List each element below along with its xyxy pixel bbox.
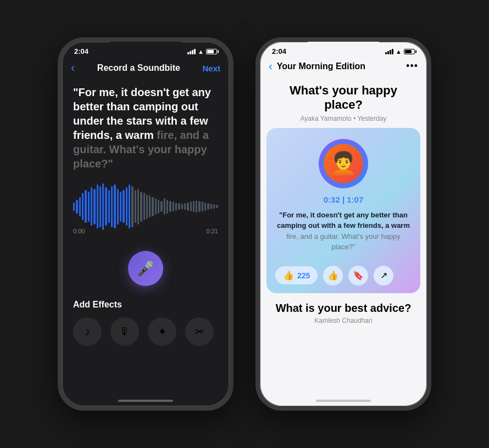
waveform-bar <box>158 200 159 214</box>
waveform-bar <box>204 203 206 211</box>
card-quote-faded: fire, and a guitar. What's your happy pl… <box>286 232 401 251</box>
like-count: 225 <box>297 271 310 280</box>
effect-magic[interactable]: ✦ <box>148 317 176 346</box>
waveform-bar <box>126 187 127 226</box>
notch-2 <box>308 42 379 57</box>
phone-1-dark: 2:04 ▲ ‹ Record a Soundbite Next "For me… <box>58 37 234 411</box>
waveform-bar <box>137 189 139 225</box>
waveform-bar <box>146 194 148 219</box>
waveform-bar <box>187 203 188 211</box>
like-button[interactable]: 👍 225 <box>275 266 318 284</box>
battery-fill-2 <box>405 50 412 53</box>
mic-icon: 🎤 <box>137 260 154 277</box>
waveform-bar <box>108 190 110 223</box>
signal-bar-2-3 <box>390 50 391 54</box>
post1-meta: Ayaka Yamamoto • Yesterday <box>260 115 427 122</box>
battery-fill-1 <box>207 50 214 53</box>
waveform-bar <box>181 204 183 209</box>
waveform-bar <box>105 187 107 226</box>
waveform-bar <box>178 203 180 210</box>
notch-1 <box>110 42 181 57</box>
phone-2-light: 2:04 ▲ ‹ Your Morning Edition ••• What's… <box>255 37 431 411</box>
signal-bars-1 <box>187 49 196 54</box>
next-button-1[interactable]: Next <box>202 64 220 73</box>
waveform-bar <box>216 205 218 208</box>
waveform-bar <box>152 197 153 216</box>
signal-bar-2-1 <box>385 52 387 54</box>
waveform-bar <box>173 201 174 211</box>
battery-icon-2 <box>404 49 415 54</box>
waveform-bar <box>102 183 104 230</box>
back-button-2[interactable]: ‹ <box>269 60 273 72</box>
post1-time: Yesterday <box>358 115 387 122</box>
share-icon: ↗ <box>380 270 387 281</box>
home-indicator-2 <box>316 400 371 402</box>
waveform-end: 0:21 <box>207 228 218 234</box>
like-icon: 👍 <box>283 270 294 281</box>
bookmark-button[interactable]: 🔖 <box>348 266 368 285</box>
mic-button[interactable]: 🎤 <box>128 251 163 286</box>
card-quote: "For me, it doesn't get any better than … <box>275 210 412 253</box>
effect-voice[interactable]: 🎙 <box>110 317 139 346</box>
signal-bar-2 <box>190 51 191 54</box>
card-actions: 👍 225 👍 🔖 ↗ <box>275 260 412 285</box>
status-icons-2: ▲ <box>385 48 415 55</box>
waveform-container: 0:00 0:21 <box>73 187 218 234</box>
post2-meta: Kamlesh Chaudhari <box>260 317 427 324</box>
waveform-bar <box>117 189 119 225</box>
waveform-bar <box>82 193 84 220</box>
waveform-bar <box>99 186 101 227</box>
status-time-2: 2:04 <box>272 47 286 55</box>
waveform-bar <box>120 192 121 222</box>
post1-separator: • <box>353 115 357 122</box>
signal-bar-2-2 <box>387 51 389 54</box>
share-button[interactable]: ↗ <box>374 266 393 285</box>
waveform-bar <box>97 184 98 228</box>
signal-bar-2-4 <box>392 49 393 54</box>
effect-music[interactable]: ♪ <box>73 317 102 346</box>
waveform-bar <box>198 201 200 212</box>
waveform-bar <box>143 193 145 220</box>
waveform-bar <box>196 200 197 212</box>
effect-trim[interactable]: ✂ <box>185 317 214 346</box>
back-button-1[interactable]: ‹ <box>71 61 75 75</box>
card-avatar-container: 🧑‍🦱 <box>275 139 412 188</box>
waveform-bar <box>175 203 177 211</box>
waveform-start: 0:00 <box>73 228 85 234</box>
waveform-bar <box>93 189 95 225</box>
waveform-bar <box>184 203 186 210</box>
avatar-person: 🧑‍🦱 <box>330 150 357 176</box>
card-avatar-bg: 🧑‍🦱 <box>319 139 368 188</box>
waveform-bar <box>129 184 130 228</box>
battery-icon-1 <box>206 49 217 54</box>
card-timestamp: 0:32 | 1:07 <box>275 195 412 204</box>
prompt-text: "For me, it doesn't get any better than … <box>73 85 218 171</box>
waveform-bar <box>88 192 90 222</box>
wifi-icon-1: ▲ <box>198 48 204 55</box>
soundbite-card: 🧑‍🦱 0:32 | 1:07 "For me, it doesn't get … <box>266 128 420 293</box>
waveform-bar <box>164 198 165 215</box>
post1-title: What's your happy place? <box>260 77 427 115</box>
nav-bar-2: ‹ Your Morning Edition ••• <box>260 58 427 77</box>
phone1-content: "For me, it doesn't get any better than … <box>62 80 229 351</box>
waveform-bar <box>213 204 215 209</box>
waveform-time: 0:00 0:21 <box>73 228 218 234</box>
waveform-bar <box>155 198 157 215</box>
waveform-bar <box>166 200 168 214</box>
more-options-button[interactable]: ••• <box>406 60 418 72</box>
nav-title-1: Record a Soundbite <box>97 63 180 73</box>
card-avatar-inner: 🧑‍🦱 <box>322 142 365 185</box>
waveform-bar <box>131 186 133 227</box>
thumbsup-button[interactable]: 👍 <box>323 266 343 285</box>
add-effects-label: Add Effects <box>73 300 218 310</box>
waveform-bar <box>73 203 75 211</box>
nav-bar-1: ‹ Record a Soundbite Next <box>62 58 229 80</box>
waveform-bar <box>140 192 142 222</box>
thumbsup-icon: 👍 <box>327 270 338 281</box>
nav-title-2: Your Morning Edition <box>277 61 406 71</box>
home-indicator-1 <box>118 400 173 402</box>
waveform-bar <box>76 200 77 214</box>
mic-button-container: 🎤 <box>73 251 218 286</box>
wifi-icon-2: ▲ <box>396 48 402 55</box>
waveform <box>73 187 218 226</box>
